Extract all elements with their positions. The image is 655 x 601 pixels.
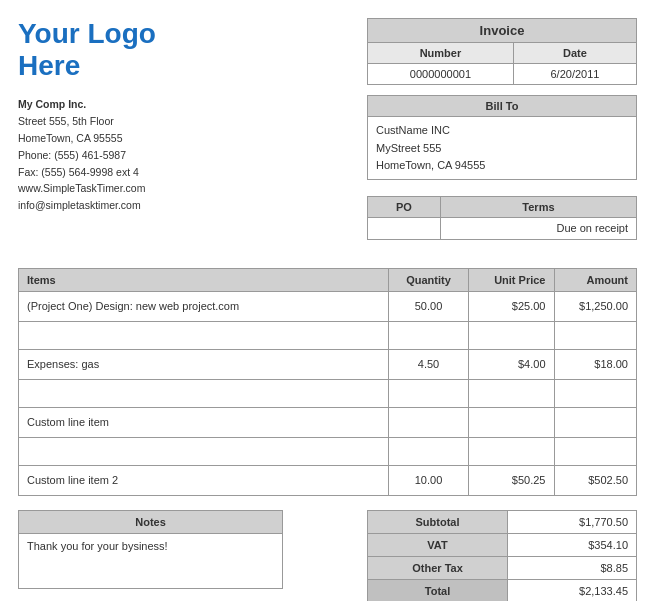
item-quantity: 10.00 [389, 465, 469, 495]
company-fax: Fax: (555) 564-9998 ext 4 [18, 166, 139, 178]
invoice-number-value: 0000000001 [368, 64, 514, 85]
total-value: $2,133.45 [508, 579, 637, 601]
logo: Your Logo Here My Comp Inc. Street 555, … [18, 18, 156, 224]
item-description: Expenses: gas [19, 349, 389, 379]
other-tax-label: Other Tax [368, 556, 508, 579]
total-label: Total [368, 579, 508, 601]
table-row: Custom line item 210.00$50.25$502.50 [19, 465, 637, 495]
notes-content: Thank you for your bysiness! [19, 533, 283, 588]
bottom-section: Notes Thank you for your bysiness! Subto… [18, 510, 637, 601]
right-column: Invoice Number Date 0000000001 6/20/2011… [367, 18, 637, 254]
items-table: Items Quantity Unit Price Amount (Projec… [18, 268, 637, 496]
spacer-row [19, 379, 637, 407]
logo-line1: Your Logo [18, 18, 156, 49]
company-info: My Comp Inc. Street 555, 5th Floor HomeT… [18, 96, 156, 214]
item-quantity: 50.00 [389, 291, 469, 321]
col-unit-price: Unit Price [469, 268, 555, 291]
company-website: www.SimpleTaskTimer.com [18, 182, 145, 194]
bill-to-address2: HomeTown, CA 94555 [376, 159, 485, 171]
item-quantity [389, 407, 469, 437]
bill-to-header: Bill To [368, 96, 637, 117]
invoice-title: Invoice [368, 19, 637, 43]
vat-label: VAT [368, 533, 508, 556]
col-items: Items [19, 268, 389, 291]
notes-header: Notes [19, 510, 283, 533]
terms-value: Due on receipt [440, 217, 636, 239]
item-unit-price: $50.25 [469, 465, 555, 495]
item-unit-price: $4.00 [469, 349, 555, 379]
table-row: Expenses: gas4.50$4.00$18.00 [19, 349, 637, 379]
item-amount: $1,250.00 [554, 291, 637, 321]
item-description: Custom line item 2 [19, 465, 389, 495]
item-amount: $18.00 [554, 349, 637, 379]
table-row: (Project One) Design: new web project.co… [19, 291, 637, 321]
table-row: Custom line item [19, 407, 637, 437]
company-address2: HomeTown, CA 95555 [18, 132, 122, 144]
po-terms-table: PO Terms Due on receipt [367, 196, 637, 240]
subtotal-label: Subtotal [368, 510, 508, 533]
terms-header: Terms [440, 196, 636, 217]
po-header: PO [368, 196, 441, 217]
po-value [368, 217, 441, 239]
item-description: (Project One) Design: new web project.co… [19, 291, 389, 321]
header: Your Logo Here My Comp Inc. Street 555, … [18, 18, 637, 254]
bill-to-content: CustName INC MyStreet 555 HomeTown, CA 9… [368, 117, 637, 180]
company-address1: Street 555, 5th Floor [18, 115, 114, 127]
totals-table: Subtotal $1,770.50 VAT $354.10 Other Tax… [367, 510, 637, 601]
item-quantity: 4.50 [389, 349, 469, 379]
invoice-date-header: Date [513, 43, 636, 64]
col-amount: Amount [554, 268, 637, 291]
bill-to-address1: MyStreet 555 [376, 142, 441, 154]
item-amount [554, 407, 637, 437]
company-phone: Phone: (555) 461-5987 [18, 149, 126, 161]
item-unit-price: $25.00 [469, 291, 555, 321]
logo-text: Your Logo Here [18, 18, 156, 82]
bill-to-table: Bill To CustName INC MyStreet 555 HomeTo… [367, 95, 637, 180]
subtotal-value: $1,770.50 [508, 510, 637, 533]
invoice-date-value: 6/20/2011 [513, 64, 636, 85]
spacer-row [19, 437, 637, 465]
company-email: info@simpletasktimer.com [18, 199, 141, 211]
notes-table: Notes Thank you for your bysiness! [18, 510, 283, 589]
vat-value: $354.10 [508, 533, 637, 556]
spacer-row [19, 321, 637, 349]
col-quantity: Quantity [389, 268, 469, 291]
invoice-number-header: Number [368, 43, 514, 64]
item-amount: $502.50 [554, 465, 637, 495]
bill-to-name: CustName INC [376, 124, 450, 136]
invoice-table: Invoice Number Date 0000000001 6/20/2011 [367, 18, 637, 85]
item-unit-price [469, 407, 555, 437]
company-name: My Comp Inc. [18, 98, 86, 110]
item-description: Custom line item [19, 407, 389, 437]
logo-line2: Here [18, 50, 80, 81]
other-tax-value: $8.85 [508, 556, 637, 579]
